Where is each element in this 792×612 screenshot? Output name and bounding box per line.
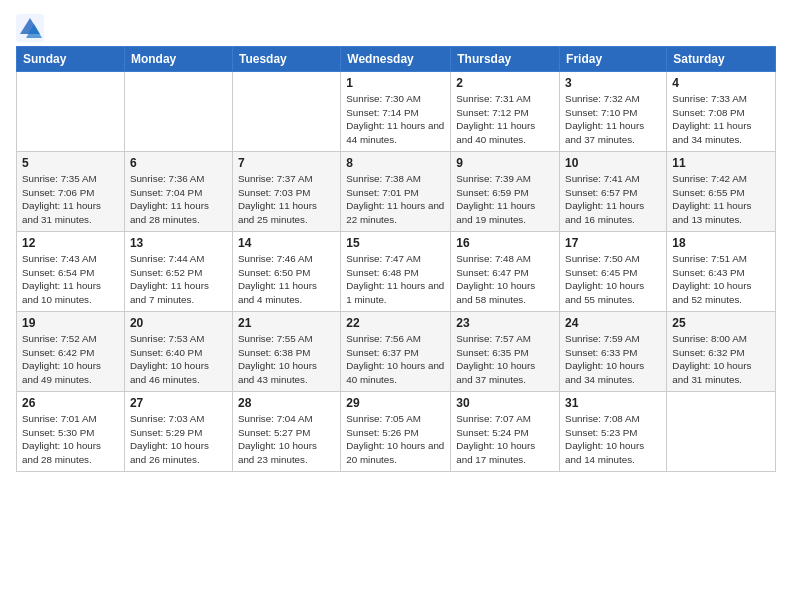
calendar-cell: 20Sunrise: 7:53 AM Sunset: 6:40 PM Dayli… — [124, 312, 232, 392]
day-info: Sunrise: 7:07 AM Sunset: 5:24 PM Dayligh… — [456, 412, 554, 467]
day-number: 15 — [346, 236, 445, 250]
day-info: Sunrise: 7:44 AM Sunset: 6:52 PM Dayligh… — [130, 252, 227, 307]
day-number: 21 — [238, 316, 335, 330]
calendar-cell: 21Sunrise: 7:55 AM Sunset: 6:38 PM Dayli… — [232, 312, 340, 392]
calendar-cell: 18Sunrise: 7:51 AM Sunset: 6:43 PM Dayli… — [667, 232, 776, 312]
calendar-cell: 6Sunrise: 7:36 AM Sunset: 7:04 PM Daylig… — [124, 152, 232, 232]
day-info: Sunrise: 7:01 AM Sunset: 5:30 PM Dayligh… — [22, 412, 119, 467]
day-number: 2 — [456, 76, 554, 90]
calendar-cell: 13Sunrise: 7:44 AM Sunset: 6:52 PM Dayli… — [124, 232, 232, 312]
day-number: 13 — [130, 236, 227, 250]
calendar-table: SundayMondayTuesdayWednesdayThursdayFrid… — [16, 46, 776, 472]
day-info: Sunrise: 7:50 AM Sunset: 6:45 PM Dayligh… — [565, 252, 661, 307]
calendar-week-row: 5Sunrise: 7:35 AM Sunset: 7:06 PM Daylig… — [17, 152, 776, 232]
calendar-week-row: 1Sunrise: 7:30 AM Sunset: 7:14 PM Daylig… — [17, 72, 776, 152]
day-number: 8 — [346, 156, 445, 170]
calendar-cell — [124, 72, 232, 152]
day-info: Sunrise: 7:31 AM Sunset: 7:12 PM Dayligh… — [456, 92, 554, 147]
weekday-header-row: SundayMondayTuesdayWednesdayThursdayFrid… — [17, 47, 776, 72]
calendar-cell: 7Sunrise: 7:37 AM Sunset: 7:03 PM Daylig… — [232, 152, 340, 232]
day-info: Sunrise: 7:42 AM Sunset: 6:55 PM Dayligh… — [672, 172, 770, 227]
weekday-header-monday: Monday — [124, 47, 232, 72]
page-container: SundayMondayTuesdayWednesdayThursdayFrid… — [0, 0, 792, 480]
day-number: 5 — [22, 156, 119, 170]
day-info: Sunrise: 7:46 AM Sunset: 6:50 PM Dayligh… — [238, 252, 335, 307]
day-number: 4 — [672, 76, 770, 90]
calendar-cell: 12Sunrise: 7:43 AM Sunset: 6:54 PM Dayli… — [17, 232, 125, 312]
day-info: Sunrise: 7:55 AM Sunset: 6:38 PM Dayligh… — [238, 332, 335, 387]
day-number: 9 — [456, 156, 554, 170]
day-number: 26 — [22, 396, 119, 410]
calendar-cell: 17Sunrise: 7:50 AM Sunset: 6:45 PM Dayli… — [560, 232, 667, 312]
day-info: Sunrise: 7:59 AM Sunset: 6:33 PM Dayligh… — [565, 332, 661, 387]
weekday-header-tuesday: Tuesday — [232, 47, 340, 72]
day-info: Sunrise: 7:43 AM Sunset: 6:54 PM Dayligh… — [22, 252, 119, 307]
calendar-cell: 19Sunrise: 7:52 AM Sunset: 6:42 PM Dayli… — [17, 312, 125, 392]
day-info: Sunrise: 7:39 AM Sunset: 6:59 PM Dayligh… — [456, 172, 554, 227]
calendar-cell: 4Sunrise: 7:33 AM Sunset: 7:08 PM Daylig… — [667, 72, 776, 152]
calendar-cell — [667, 392, 776, 472]
day-info: Sunrise: 7:41 AM Sunset: 6:57 PM Dayligh… — [565, 172, 661, 227]
calendar-cell: 30Sunrise: 7:07 AM Sunset: 5:24 PM Dayli… — [451, 392, 560, 472]
day-number: 1 — [346, 76, 445, 90]
day-info: Sunrise: 7:52 AM Sunset: 6:42 PM Dayligh… — [22, 332, 119, 387]
day-number: 16 — [456, 236, 554, 250]
calendar-cell: 26Sunrise: 7:01 AM Sunset: 5:30 PM Dayli… — [17, 392, 125, 472]
day-info: Sunrise: 7:51 AM Sunset: 6:43 PM Dayligh… — [672, 252, 770, 307]
calendar-cell: 28Sunrise: 7:04 AM Sunset: 5:27 PM Dayli… — [232, 392, 340, 472]
calendar-cell: 15Sunrise: 7:47 AM Sunset: 6:48 PM Dayli… — [341, 232, 451, 312]
calendar-cell: 22Sunrise: 7:56 AM Sunset: 6:37 PM Dayli… — [341, 312, 451, 392]
day-info: Sunrise: 7:30 AM Sunset: 7:14 PM Dayligh… — [346, 92, 445, 147]
day-number: 19 — [22, 316, 119, 330]
day-info: Sunrise: 7:57 AM Sunset: 6:35 PM Dayligh… — [456, 332, 554, 387]
header — [16, 10, 776, 42]
day-number: 7 — [238, 156, 335, 170]
day-number: 31 — [565, 396, 661, 410]
calendar-cell: 10Sunrise: 7:41 AM Sunset: 6:57 PM Dayli… — [560, 152, 667, 232]
day-info: Sunrise: 7:53 AM Sunset: 6:40 PM Dayligh… — [130, 332, 227, 387]
day-info: Sunrise: 7:35 AM Sunset: 7:06 PM Dayligh… — [22, 172, 119, 227]
calendar-cell: 24Sunrise: 7:59 AM Sunset: 6:33 PM Dayli… — [560, 312, 667, 392]
weekday-header-saturday: Saturday — [667, 47, 776, 72]
day-info: Sunrise: 7:32 AM Sunset: 7:10 PM Dayligh… — [565, 92, 661, 147]
calendar-cell: 27Sunrise: 7:03 AM Sunset: 5:29 PM Dayli… — [124, 392, 232, 472]
calendar-cell — [232, 72, 340, 152]
day-number: 24 — [565, 316, 661, 330]
day-number: 17 — [565, 236, 661, 250]
day-number: 25 — [672, 316, 770, 330]
day-number: 12 — [22, 236, 119, 250]
day-info: Sunrise: 7:48 AM Sunset: 6:47 PM Dayligh… — [456, 252, 554, 307]
calendar-cell: 16Sunrise: 7:48 AM Sunset: 6:47 PM Dayli… — [451, 232, 560, 312]
calendar-cell: 11Sunrise: 7:42 AM Sunset: 6:55 PM Dayli… — [667, 152, 776, 232]
weekday-header-wednesday: Wednesday — [341, 47, 451, 72]
calendar-cell: 25Sunrise: 8:00 AM Sunset: 6:32 PM Dayli… — [667, 312, 776, 392]
day-number: 28 — [238, 396, 335, 410]
weekday-header-sunday: Sunday — [17, 47, 125, 72]
day-number: 30 — [456, 396, 554, 410]
calendar-cell: 1Sunrise: 7:30 AM Sunset: 7:14 PM Daylig… — [341, 72, 451, 152]
day-info: Sunrise: 7:37 AM Sunset: 7:03 PM Dayligh… — [238, 172, 335, 227]
day-info: Sunrise: 7:04 AM Sunset: 5:27 PM Dayligh… — [238, 412, 335, 467]
day-number: 18 — [672, 236, 770, 250]
day-info: Sunrise: 7:05 AM Sunset: 5:26 PM Dayligh… — [346, 412, 445, 467]
day-info: Sunrise: 7:36 AM Sunset: 7:04 PM Dayligh… — [130, 172, 227, 227]
day-number: 23 — [456, 316, 554, 330]
calendar-week-row: 12Sunrise: 7:43 AM Sunset: 6:54 PM Dayli… — [17, 232, 776, 312]
day-number: 22 — [346, 316, 445, 330]
day-number: 10 — [565, 156, 661, 170]
day-number: 6 — [130, 156, 227, 170]
day-info: Sunrise: 7:33 AM Sunset: 7:08 PM Dayligh… — [672, 92, 770, 147]
day-info: Sunrise: 7:56 AM Sunset: 6:37 PM Dayligh… — [346, 332, 445, 387]
day-info: Sunrise: 8:00 AM Sunset: 6:32 PM Dayligh… — [672, 332, 770, 387]
calendar-cell — [17, 72, 125, 152]
calendar-cell: 2Sunrise: 7:31 AM Sunset: 7:12 PM Daylig… — [451, 72, 560, 152]
calendar-cell: 3Sunrise: 7:32 AM Sunset: 7:10 PM Daylig… — [560, 72, 667, 152]
calendar-cell: 31Sunrise: 7:08 AM Sunset: 5:23 PM Dayli… — [560, 392, 667, 472]
day-number: 11 — [672, 156, 770, 170]
calendar-cell: 5Sunrise: 7:35 AM Sunset: 7:06 PM Daylig… — [17, 152, 125, 232]
calendar-cell: 8Sunrise: 7:38 AM Sunset: 7:01 PM Daylig… — [341, 152, 451, 232]
day-info: Sunrise: 7:47 AM Sunset: 6:48 PM Dayligh… — [346, 252, 445, 307]
day-info: Sunrise: 7:03 AM Sunset: 5:29 PM Dayligh… — [130, 412, 227, 467]
day-number: 29 — [346, 396, 445, 410]
calendar-week-row: 19Sunrise: 7:52 AM Sunset: 6:42 PM Dayli… — [17, 312, 776, 392]
